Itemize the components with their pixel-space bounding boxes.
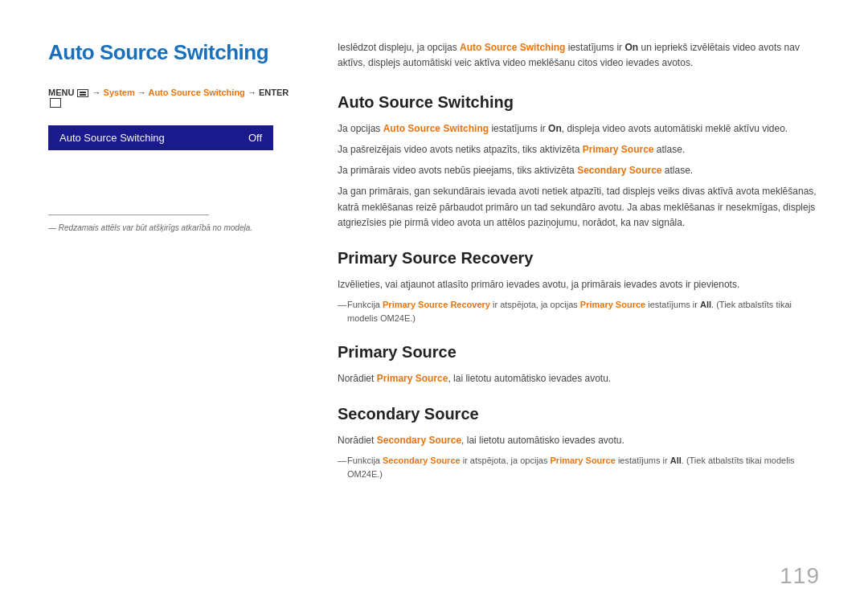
ui-menu-row[interactable]: Auto Source Switching Off <box>48 125 273 150</box>
menu-auto-source: Auto Source Switching <box>148 88 244 97</box>
enter-icon <box>50 98 61 108</box>
menu-label: MENU <box>48 88 74 97</box>
right-column: Ieslēdzot displeju, ja opcijas Auto Sour… <box>321 40 820 581</box>
section-primary-source: Primary Source Norādiet Primary Source, … <box>338 343 820 387</box>
section-auto-source: Auto Source Switching Ja opcijas Auto So… <box>338 93 820 231</box>
intro-text-2: iestatījums ir <box>565 42 624 53</box>
left-column: Auto Source Switching MENU → System → Au… <box>48 40 321 581</box>
section2-title: Primary Source Recovery <box>338 249 820 268</box>
section-secondary-source: Secondary Source Norādiet Secondary Sour… <box>338 405 820 481</box>
menu-icon <box>77 89 88 97</box>
section3-title: Primary Source <box>338 343 820 362</box>
section4-main: Norādiet Secondary Source, lai lietotu a… <box>338 433 820 449</box>
divider <box>48 215 209 215</box>
ui-item-label: Auto Source Switching <box>59 132 165 144</box>
section1-line3: Ja primārais video avots nebūs pieejams,… <box>338 163 820 179</box>
section1-title: Auto Source Switching <box>338 93 820 112</box>
menu-enter-label: ENTER <box>259 88 289 97</box>
section-primary-recovery: Primary Source Recovery Izvēlieties, vai… <box>338 249 820 325</box>
section4-title: Secondary Source <box>338 405 820 423</box>
section2-sub-note: Funkcija Primary Source Recovery ir atsp… <box>338 298 820 325</box>
section4-sub-note: Funkcija Secondary Source ir atspējota, … <box>338 454 820 481</box>
intro-text-1: Ieslēdzot displeju, ja opcijas <box>338 42 460 53</box>
section1-line2: Ja pašreizējais video avots netiks atpaz… <box>338 142 820 158</box>
section2-main: Izvēlieties, vai atjaunot atlasīto primā… <box>338 277 820 293</box>
page-title: Auto Source Switching <box>48 40 297 65</box>
section3-main: Norādiet Primary Source, lai lietotu aut… <box>338 371 820 387</box>
intro-bold-2: On <box>624 42 638 53</box>
menu-path: MENU → System → Auto Source Switching → … <box>48 88 297 108</box>
intro-paragraph: Ieslēdzot displeju, ja opcijas Auto Sour… <box>338 40 820 71</box>
menu-system: System <box>104 88 135 97</box>
left-note: Redzamais attēls var būt atšķirīgs atkar… <box>48 223 297 232</box>
ui-item-value: Off <box>248 132 262 144</box>
section1-line4: Ja gan primārais, gan sekundārais ievada… <box>338 184 820 231</box>
page-number: 119 <box>780 563 820 589</box>
intro-bold-1: Auto Source Switching <box>460 42 565 53</box>
section1-line1: Ja opcijas Auto Source Switching iestatī… <box>338 121 820 137</box>
